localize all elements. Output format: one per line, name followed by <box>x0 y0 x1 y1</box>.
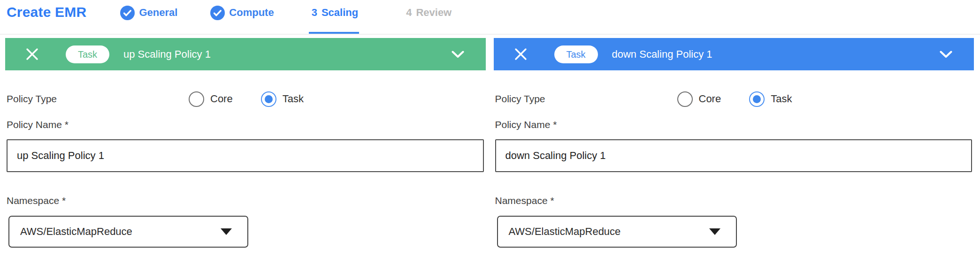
policy-name-label: Policy Name * <box>7 119 486 130</box>
radio-core[interactable]: Core <box>677 91 721 107</box>
step-label: Compute <box>229 7 274 19</box>
policy-type-label: Policy Type <box>7 93 57 105</box>
policy-card-title: down Scaling Policy 1 <box>612 48 712 60</box>
radio-core[interactable]: Core <box>189 91 233 107</box>
radio-task-circle[interactable] <box>749 91 765 107</box>
step-label: Review <box>416 7 452 19</box>
policy-name-input[interactable] <box>495 139 972 172</box>
policy-card-up: Task up Scaling Policy 1 Policy Type Cor… <box>5 38 486 248</box>
radio-core-circle[interactable] <box>189 91 204 107</box>
policy-name-label: Policy Name * <box>495 119 974 130</box>
check-circle-icon <box>210 6 225 20</box>
scaling-policies-container: Task up Scaling Policy 1 Policy Type Cor… <box>0 38 980 248</box>
radio-core-label: Core <box>699 93 721 105</box>
step-label: General <box>139 7 177 19</box>
policy-name-input[interactable] <box>7 139 484 172</box>
policy-type-row: Policy Type Core Task <box>7 91 486 107</box>
radio-task[interactable]: Task <box>261 91 304 107</box>
radio-core-circle[interactable] <box>677 91 693 107</box>
dropdown-arrow-icon <box>709 228 720 235</box>
policy-type-radio-group: Core Task <box>677 91 792 107</box>
policy-type-label: Policy Type <box>495 93 545 105</box>
policy-type-badge: Task <box>66 45 109 63</box>
radio-core-label: Core <box>210 93 233 105</box>
check-circle-icon <box>120 6 135 20</box>
namespace-selected-value: AWS/ElasticMapReduce <box>509 226 621 238</box>
namespace-select[interactable]: AWS/ElasticMapReduce <box>497 216 737 248</box>
chevron-down-icon[interactable] <box>940 51 952 58</box>
step-review[interactable]: 4 Review <box>406 0 452 34</box>
step-number: 4 <box>406 7 412 19</box>
policy-type-badge: Task <box>554 45 598 63</box>
policy-card-header[interactable]: Task down Scaling Policy 1 <box>494 38 974 70</box>
step-label: Scaling <box>322 7 358 19</box>
policy-card-header[interactable]: Task up Scaling Policy 1 <box>5 38 486 70</box>
policy-card-down: Task down Scaling Policy 1 Policy Type C… <box>494 38 974 248</box>
step-compute[interactable]: Compute <box>210 0 274 34</box>
step-number: 3 <box>312 7 317 19</box>
policy-card-title: up Scaling Policy 1 <box>123 48 211 60</box>
close-icon[interactable] <box>513 47 528 61</box>
wizard-header: Create EMR General Compute 3 Scaling 4 R… <box>0 0 980 35</box>
radio-task[interactable]: Task <box>749 91 792 107</box>
close-icon[interactable] <box>25 47 39 61</box>
radio-task-label: Task <box>283 93 304 105</box>
radio-task-label: Task <box>771 93 792 105</box>
policy-type-radio-group: Core Task <box>189 91 304 107</box>
chevron-down-icon[interactable] <box>452 51 464 58</box>
namespace-selected-value: AWS/ElasticMapReduce <box>20 226 132 238</box>
radio-task-circle[interactable] <box>261 91 276 107</box>
step-general[interactable]: General <box>120 0 177 34</box>
namespace-label: Namespace * <box>7 195 486 206</box>
page-title: Create EMR <box>7 0 86 34</box>
namespace-label: Namespace * <box>495 195 974 206</box>
step-scaling[interactable]: 3 Scaling <box>312 0 359 34</box>
dropdown-arrow-icon <box>221 228 232 235</box>
namespace-select[interactable]: AWS/ElasticMapReduce <box>8 216 248 248</box>
policy-type-row: Policy Type Core Task <box>495 91 974 107</box>
